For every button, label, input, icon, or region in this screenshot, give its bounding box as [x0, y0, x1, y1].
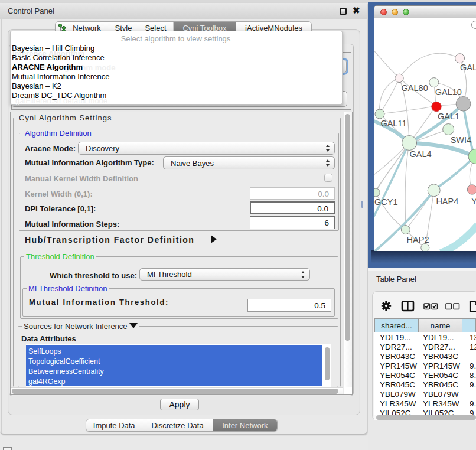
svg-text:GAL1: GAL1 — [438, 112, 459, 121]
svg-text:HAP2: HAP2 — [407, 235, 429, 244]
svg-text:HAP4: HAP4 — [436, 197, 458, 206]
svg-text:GCY1: GCY1 — [374, 197, 398, 207]
svg-text:GAL11: GAL11 — [380, 119, 406, 128]
svg-text:GAL80: GAL80 — [402, 83, 428, 93]
svg-text:GAL4: GAL4 — [410, 149, 432, 159]
svg-text:GAL7: GAL7 — [460, 63, 476, 72]
svg-text:GAL10: GAL10 — [435, 87, 462, 97]
svg-text:Y: Y — [471, 197, 476, 206]
svg-text:SWI4: SWI4 — [451, 135, 471, 145]
